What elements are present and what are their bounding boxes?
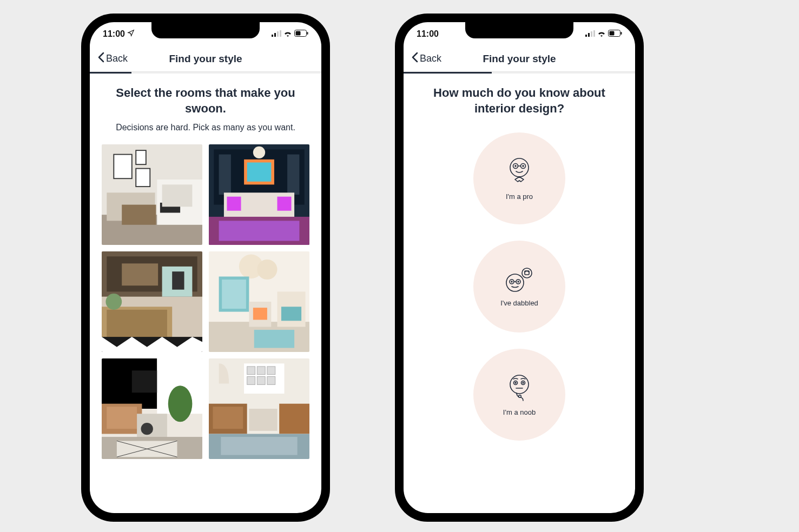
svg-rect-6 [307,32,308,35]
svg-rect-1 [274,33,276,37]
phone-notch [151,22,260,38]
svg-rect-78 [593,30,595,37]
room-grid [102,144,309,459]
chevron-left-icon [411,52,419,65]
svg-point-58 [141,423,153,435]
dabbled-face-icon [504,267,534,294]
nav-bar: Back Find your style [404,46,635,72]
svg-rect-81 [621,32,622,35]
svg-rect-27 [219,221,300,241]
svg-rect-48 [281,307,301,321]
svg-rect-13 [136,150,146,164]
svg-point-100 [523,382,524,383]
svg-rect-75 [585,35,587,37]
chevron-left-icon [97,52,105,65]
option-label: I'm a noob [503,408,536,416]
svg-rect-80 [610,31,615,36]
back-button[interactable]: Back [97,52,128,65]
svg-rect-24 [227,197,241,211]
svg-rect-46 [253,308,267,320]
svg-rect-0 [272,35,273,37]
svg-point-86 [515,165,516,167]
back-label: Back [420,53,441,64]
svg-point-28 [253,147,265,158]
svg-rect-77 [591,31,592,37]
svg-rect-74 [221,437,297,455]
svg-rect-49 [254,330,294,348]
battery-icon [294,29,308,39]
phone-screen-right: 11:00 Back Find your sty [404,22,635,513]
content-area: Select the rooms that make you swoon. De… [90,74,321,513]
svg-point-38 [105,294,122,310]
room-tile-1[interactable] [102,144,202,245]
svg-rect-14 [136,169,150,187]
room-tile-3[interactable] [102,251,202,352]
content-area: How much do you know about interior desi… [404,74,635,513]
svg-point-99 [515,382,516,383]
phone-notch [465,22,573,38]
svg-rect-70 [213,407,243,429]
svg-rect-68 [267,377,275,385]
option-dabbled[interactable]: I've dabbled [473,241,565,332]
svg-point-87 [523,165,524,167]
svg-rect-32 [122,264,158,286]
svg-rect-36 [107,310,167,338]
option-label: I've dabbled [500,299,538,307]
svg-rect-64 [257,367,265,375]
svg-rect-34 [172,271,184,289]
room-tile-2[interactable] [209,144,309,245]
pro-face-icon [506,157,533,187]
heading: Select the rooms that make you swoon. [102,85,309,116]
wifi-icon [283,29,292,39]
location-arrow-icon [127,29,135,39]
svg-point-42 [257,260,277,280]
back-button[interactable]: Back [411,52,441,65]
room-tile-5[interactable] [102,358,202,459]
svg-rect-16 [162,185,193,207]
option-noob[interactable]: I'm a noob [473,349,565,441]
heading: How much do you know about interior desi… [415,85,623,116]
phone-screen-left: 11:00 Ba [90,22,321,513]
phone-mockup-left: 11:00 Ba [81,14,330,522]
svg-point-96 [510,375,529,394]
room-tile-6[interactable] [209,358,309,459]
svg-rect-63 [247,367,255,375]
signal-icon [272,29,281,39]
phone-mockup-right: 11:00 Back Find your sty [395,14,644,522]
svg-rect-65 [267,367,275,375]
svg-rect-20 [287,155,299,195]
subheading: Decisions are hard. Pick as many as you … [102,123,309,132]
status-time: 11:00 [103,29,125,39]
nav-bar: Back Find your style [90,46,321,72]
svg-point-92 [511,281,512,282]
svg-rect-66 [247,377,255,385]
svg-rect-44 [222,280,246,309]
svg-rect-3 [280,30,281,37]
svg-rect-25 [277,197,291,211]
svg-rect-55 [107,407,137,429]
svg-point-101 [519,395,521,397]
svg-rect-72 [279,404,309,434]
option-pro[interactable]: I'm a pro [473,132,565,224]
back-label: Back [106,53,128,64]
svg-point-88 [506,274,524,291]
svg-point-93 [518,281,519,282]
status-time: 11:00 [417,29,439,39]
svg-rect-15 [122,205,156,225]
room-tile-4[interactable] [209,251,309,352]
svg-rect-2 [277,31,279,37]
option-label: I'm a pro [506,192,533,201]
svg-rect-12 [114,155,131,179]
option-list: I'm a pro [415,132,623,441]
svg-point-56 [168,385,193,422]
svg-rect-71 [249,409,277,431]
svg-rect-22 [247,163,272,182]
svg-rect-19 [219,155,231,195]
svg-rect-67 [257,377,265,385]
svg-rect-76 [588,33,590,37]
svg-point-82 [510,158,529,177]
signal-icon [585,29,595,39]
noob-face-icon [506,374,533,403]
wifi-icon [597,29,606,39]
battery-icon [608,29,622,39]
